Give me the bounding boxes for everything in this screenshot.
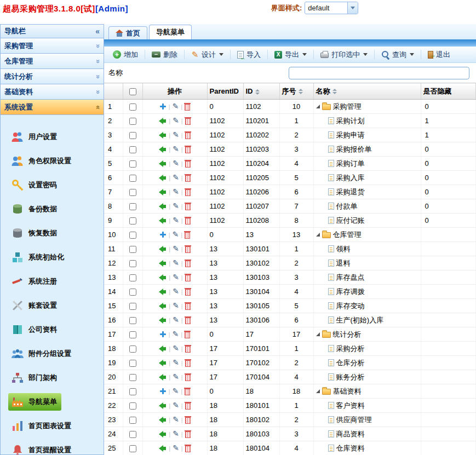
collapse-icon[interactable] (316, 332, 320, 336)
select-dropdown-button[interactable] (347, 2, 358, 14)
table-row[interactable]: 21 | ✎ | 0 18 18 基础资料 (104, 384, 475, 399)
row-checkbox[interactable] (129, 118, 136, 125)
row-checkbox[interactable] (129, 217, 136, 224)
ui-style-select[interactable]: default (305, 2, 358, 14)
add-child-icon[interactable] (159, 388, 167, 395)
table-row[interactable]: 18 | ✎ | 17 170101 1 采购分析 (104, 342, 475, 356)
table-row[interactable]: 22 | ✎ | 18 180101 1 客户资料 (104, 399, 475, 413)
delete-icon[interactable] (185, 161, 191, 168)
sidebar-item-reminder[interactable]: 首页提醒设置 (1, 438, 104, 455)
table-row[interactable]: 9 | ✎ | 1102 110208 8 应付记账 0 (104, 214, 475, 228)
move-icon[interactable] (159, 417, 167, 423)
edit-icon[interactable]: ✎ (173, 331, 179, 338)
sidebar-group[interactable]: 仓库管理» (0, 54, 104, 69)
table-row[interactable]: 5 | ✎ | 1102 110204 4 采购订单 0 (104, 157, 475, 171)
row-checkbox[interactable] (129, 317, 136, 324)
table-row[interactable]: 8 | ✎ | 1102 110207 7 付款单 0 (104, 199, 475, 214)
sidebar-item-register[interactable]: 系统注册 (1, 269, 104, 293)
sidebar-group[interactable]: 统计分析» (0, 69, 104, 84)
row-checkbox[interactable] (129, 374, 136, 381)
edit-icon[interactable]: ✎ (173, 117, 179, 124)
delete-icon[interactable] (185, 389, 190, 395)
sidebar-group[interactable]: 基础资料» (0, 84, 104, 100)
move-icon[interactable] (159, 289, 167, 295)
table-row[interactable]: 23 | ✎ | 18 180102 2 供应商管理 (104, 413, 475, 427)
sidebar-item-company[interactable]: 公司资料 (1, 318, 104, 342)
sidebar-item-restore[interactable]: 恢复数据 (1, 221, 104, 245)
row-checkbox[interactable] (129, 189, 136, 196)
delete-icon[interactable] (185, 175, 191, 182)
sidebar-item-password[interactable]: 设置密码 (1, 173, 104, 197)
move-icon[interactable] (159, 160, 167, 167)
row-checkbox[interactable] (129, 303, 136, 310)
table-row[interactable]: 25 | ✎ | 18 180104 4 仓库资料 (104, 441, 475, 455)
edit-icon[interactable]: ✎ (173, 103, 179, 110)
sidebar-item-backup[interactable]: 备份数据 (1, 197, 104, 221)
sidebar-item-attachment[interactable]: 附件分组设置 (1, 342, 104, 366)
move-icon[interactable] (159, 345, 167, 352)
row-checkbox[interactable] (129, 360, 136, 367)
delete-icon[interactable] (185, 403, 191, 410)
move-icon[interactable] (159, 118, 167, 124)
edit-icon[interactable]: ✎ (173, 131, 179, 139)
sidebar-item-init[interactable]: 系统初始化 (1, 245, 104, 269)
table-row[interactable]: 12 | ✎ | 13 130102 2 退料 (104, 256, 475, 270)
delete-icon[interactable] (185, 204, 191, 210)
move-icon[interactable] (159, 374, 167, 381)
move-icon[interactable] (159, 246, 167, 252)
row-checkbox[interactable] (129, 445, 136, 452)
edit-icon[interactable]: ✎ (173, 402, 179, 409)
table-row[interactable]: 15 | ✎ | 13 130105 5 库存变动 (104, 299, 475, 313)
collapse-sidebar-icon[interactable]: « (95, 27, 100, 36)
row-checkbox[interactable] (129, 431, 136, 438)
toolbar-button-export[interactable]: 导出 (270, 48, 311, 61)
delete-icon[interactable] (185, 431, 191, 438)
sidebar-item-navmenu[interactable]: 导航菜单 (1, 390, 104, 414)
table-row[interactable]: 7 | ✎ | 1102 110206 6 采购退货 0 (104, 185, 475, 199)
table-row[interactable]: 24 | ✎ | 18 180103 3 商品资料 (104, 427, 475, 441)
edit-icon[interactable]: ✎ (173, 217, 179, 224)
move-icon[interactable] (159, 431, 167, 437)
delete-icon[interactable] (185, 303, 191, 310)
move-icon[interactable] (159, 146, 167, 153)
row-checkbox[interactable] (129, 203, 136, 210)
delete-icon[interactable] (185, 147, 191, 153)
delete-icon[interactable] (185, 118, 191, 125)
delete-icon[interactable] (185, 232, 190, 239)
row-checkbox[interactable] (129, 289, 136, 296)
edit-icon[interactable]: ✎ (173, 373, 179, 381)
sidebar-item-users[interactable]: 用户设置 (1, 125, 104, 149)
delete-icon[interactable] (185, 246, 191, 253)
header-parentid[interactable]: ParentID (207, 83, 243, 100)
move-icon[interactable] (159, 217, 167, 224)
toolbar-button-print[interactable]: 打印选中 (316, 48, 372, 61)
add-child-icon[interactable] (159, 231, 167, 238)
toolbar-button-remove[interactable]: 删除 (147, 48, 182, 61)
delete-icon[interactable] (185, 318, 191, 324)
add-child-icon[interactable] (159, 103, 167, 110)
sidebar-item-account[interactable]: 账套设置 (1, 293, 104, 318)
delete-icon[interactable] (185, 218, 191, 224)
delete-icon[interactable] (185, 346, 191, 353)
delete-icon[interactable] (185, 104, 190, 111)
table-row[interactable]: 16 | ✎ | 13 130106 6 生产(初始)入库 (104, 313, 475, 327)
move-icon[interactable] (159, 360, 167, 366)
table-row[interactable]: 11 | ✎ | 13 130101 1 领料 (104, 242, 475, 256)
move-icon[interactable] (159, 175, 167, 181)
edit-icon[interactable]: ✎ (173, 203, 179, 210)
row-checkbox[interactable] (129, 146, 136, 153)
row-checkbox[interactable] (129, 132, 136, 139)
row-checkbox[interactable] (129, 402, 136, 410)
delete-icon[interactable] (185, 189, 191, 196)
delete-icon[interactable] (185, 360, 191, 367)
table-row[interactable]: 6 | ✎ | 1102 110205 5 采购入库 0 (104, 171, 475, 185)
table-row[interactable]: 4 | ✎ | 1102 110203 3 采购报价单 0 (104, 142, 475, 157)
move-icon[interactable] (159, 402, 167, 409)
sidebar-item-roles[interactable]: 角色权限设置 (1, 149, 104, 173)
delete-icon[interactable] (185, 417, 191, 424)
move-icon[interactable] (159, 317, 167, 324)
toolbar-button-add[interactable]: 增加 (108, 48, 142, 61)
move-icon[interactable] (159, 132, 167, 139)
edit-icon[interactable]: ✎ (173, 388, 179, 395)
edit-icon[interactable]: ✎ (173, 188, 179, 195)
